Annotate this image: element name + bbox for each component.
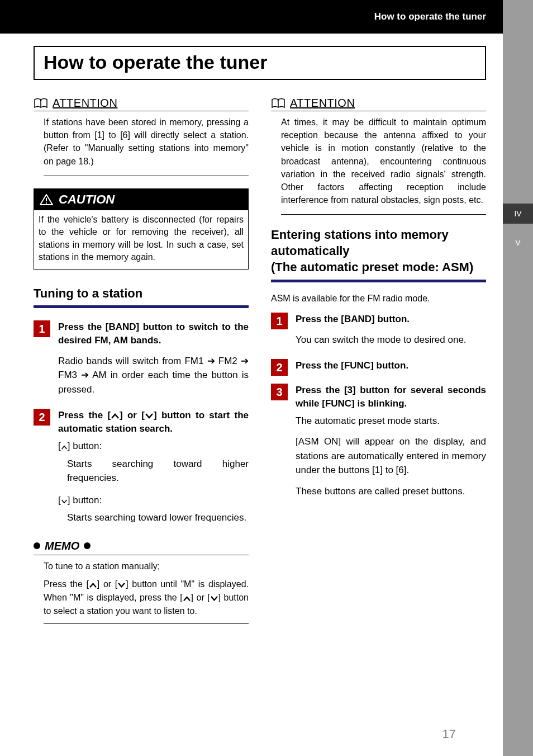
right-step-3: 3 Press the [3] button for several secon… [271, 384, 486, 498]
step1-desc: You can switch the mode to desired one. [296, 333, 486, 347]
step-number-1: 1 [271, 313, 288, 329]
chevron-down-icon [61, 499, 68, 504]
step-number-1: 1 [34, 320, 50, 337]
side-tab-iv[interactable]: IV [503, 204, 533, 224]
caution-label: CAUTION [59, 192, 115, 207]
memo-header: MEMO [34, 540, 249, 555]
main-title-box: How to operate the tuner [34, 46, 486, 80]
step1-desc: Radio bands will switch from FM1 ➔ FM2 ➔… [58, 354, 249, 397]
chevron-down-icon [210, 596, 218, 602]
memo-label: MEMO [45, 540, 79, 552]
attention-header-left: ATTENTION [34, 97, 249, 111]
page-number: 17 [442, 727, 456, 741]
chevron-down-icon [117, 582, 126, 588]
chevron-down-icon [145, 413, 154, 419]
caution-box: CAUTION If the vehicle's battery is disc… [34, 188, 249, 270]
left-step-2: 2 Press the [] or [] button to start the… [34, 409, 249, 525]
book-icon [271, 97, 285, 110]
step2-down-desc: Starts searching toward lower frequencie… [67, 511, 249, 525]
warning-triangle-icon [40, 194, 53, 205]
step2-down-label: [] button: [58, 493, 249, 508]
tuning-heading: Tuning to a station [34, 286, 249, 308]
svg-rect-0 [46, 198, 47, 201]
page-title: How to operate the tuner [44, 51, 476, 73]
step1-title: Press the [BAND] button. [296, 313, 486, 326]
left-step-1: 1 Press the [BAND] button to switch to t… [34, 320, 249, 396]
chevron-up-icon [111, 413, 120, 419]
asm-heading: Entering stations into memory automatica… [271, 227, 486, 282]
attention-text-left: If stations have been stored in memory, … [44, 116, 249, 168]
step1-title: Press the [BAND] button to switch to the… [58, 320, 249, 347]
step2-up-label: [] button: [58, 439, 249, 453]
attention-label: ATTENTION [290, 97, 355, 110]
page: How to operate the tuner How to operate … [0, 0, 503, 756]
memo-line1: To tune to a station manually; [44, 560, 249, 573]
right-step-2: 2 Press the [FUNC] button. [271, 359, 486, 376]
chevron-up-icon [89, 582, 97, 588]
left-column: ATTENTION If stations have been stored i… [34, 97, 249, 624]
bullet-icon [34, 542, 40, 549]
memo-body: To tune to a station manually; Press the… [44, 560, 249, 618]
side-tab-column: IV V [503, 0, 533, 756]
chevron-up-icon [61, 445, 68, 450]
step2-up-desc: Starts searching toward higher frequenci… [67, 457, 249, 485]
attention-label: ATTENTION [53, 97, 117, 110]
svg-rect-1 [46, 202, 47, 204]
step2-title: Press the [] or [] button to start the a… [58, 409, 249, 436]
header-bar: How to operate the tuner [0, 0, 503, 34]
step3-desc3: These buttons are called preset buttons. [296, 484, 486, 499]
running-head: How to operate the tuner [374, 11, 486, 22]
attention-header-right: ATTENTION [271, 97, 486, 111]
bullet-icon [84, 542, 91, 549]
book-icon [34, 97, 48, 110]
step-number-2: 2 [34, 409, 50, 426]
step-number-3: 3 [271, 384, 288, 400]
right-column: ATTENTION At times, it may be difficult … [271, 97, 486, 624]
memo-line2: Press the [] or [] button until "M" is d… [44, 578, 249, 618]
side-tab-v[interactable]: V [503, 233, 533, 253]
step3-desc2: [ASM ON] will appear on the display, and… [296, 434, 486, 478]
step-number-2: 2 [271, 359, 288, 376]
right-step-1: 1 Press the [BAND] button. You can switc… [271, 313, 486, 347]
asm-intro: ASM is available for the FM radio mode. [271, 294, 486, 304]
caution-text: If the vehicle's battery is disconnected… [34, 210, 248, 270]
step3-title: Press the [3] button for several seconds… [296, 384, 486, 410]
chevron-up-icon [183, 596, 191, 602]
attention-text-right: At times, it may be difficult to maintai… [281, 116, 486, 206]
step2-title: Press the [FUNC] button. [296, 359, 486, 372]
step3-desc1: The automatic preset mode starts. [296, 414, 486, 428]
